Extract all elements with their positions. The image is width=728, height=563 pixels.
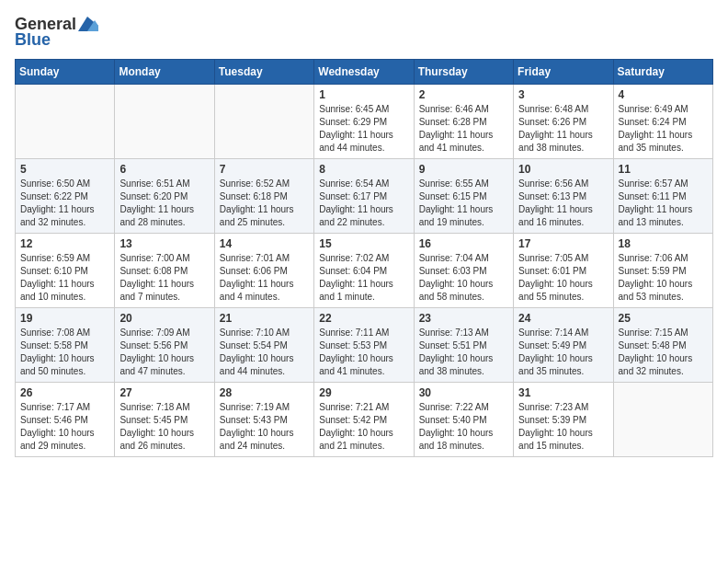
calendar-cell: 18Sunrise: 7:06 AM Sunset: 5:59 PM Dayli…: [613, 234, 712, 308]
day-number: 27: [119, 386, 209, 399]
day-info: Sunrise: 6:46 AM Sunset: 6:28 PM Dayligh…: [419, 103, 508, 155]
day-number: 19: [20, 312, 109, 325]
week-row-3: 12Sunrise: 6:59 AM Sunset: 6:10 PM Dayli…: [16, 234, 713, 308]
calendar-cell: 4Sunrise: 6:49 AM Sunset: 6:24 PM Daylig…: [613, 85, 712, 159]
day-number: 18: [619, 237, 708, 250]
day-header-sunday: Sunday: [16, 60, 115, 85]
day-number: 5: [20, 163, 109, 176]
calendar-cell: 28Sunrise: 7:19 AM Sunset: 5:43 PM Dayli…: [214, 383, 313, 457]
calendar-cell: 31Sunrise: 7:23 AM Sunset: 5:39 PM Dayli…: [514, 383, 613, 457]
day-header-wednesday: Wednesday: [314, 60, 414, 85]
day-info: Sunrise: 6:50 AM Sunset: 6:22 PM Dayligh…: [20, 178, 109, 229]
day-info: Sunrise: 6:45 AM Sunset: 6:29 PM Dayligh…: [319, 103, 408, 155]
day-header-tuesday: Tuesday: [214, 60, 313, 85]
day-number: 29: [319, 386, 408, 399]
day-number: 28: [220, 386, 309, 399]
day-info: Sunrise: 7:08 AM Sunset: 5:58 PM Dayligh…: [20, 327, 109, 378]
day-info: Sunrise: 7:00 AM Sunset: 6:08 PM Dayligh…: [119, 252, 209, 304]
logo-blue-text: Blue: [15, 30, 51, 50]
day-number: 22: [319, 312, 408, 325]
calendar-cell: 15Sunrise: 7:02 AM Sunset: 6:04 PM Dayli…: [314, 234, 414, 308]
calendar-cell: [115, 85, 214, 159]
calendar-cell: 1Sunrise: 6:45 AM Sunset: 6:29 PM Daylig…: [314, 85, 414, 159]
calendar-cell: 3Sunrise: 6:48 AM Sunset: 6:26 PM Daylig…: [514, 85, 613, 159]
calendar-table: SundayMondayTuesdayWednesdayThursdayFrid…: [15, 59, 713, 457]
day-number: 6: [119, 163, 209, 176]
logo-icon: [78, 17, 98, 31]
calendar-cell: [16, 85, 115, 159]
calendar-cell: 12Sunrise: 6:59 AM Sunset: 6:10 PM Dayli…: [16, 234, 115, 308]
day-number: 14: [220, 237, 309, 250]
calendar-cell: 11Sunrise: 6:57 AM Sunset: 6:11 PM Dayli…: [613, 159, 712, 234]
calendar-cell: 17Sunrise: 7:05 AM Sunset: 6:01 PM Dayli…: [514, 234, 613, 308]
calendar-cell: 27Sunrise: 7:18 AM Sunset: 5:45 PM Dayli…: [115, 383, 214, 457]
day-header-saturday: Saturday: [613, 60, 712, 85]
day-number: 20: [119, 312, 209, 325]
day-info: Sunrise: 6:48 AM Sunset: 6:26 PM Dayligh…: [518, 103, 608, 155]
day-number: 13: [119, 237, 209, 250]
day-header-friday: Friday: [514, 60, 613, 85]
day-number: 7: [220, 163, 309, 176]
calendar-cell: 2Sunrise: 6:46 AM Sunset: 6:28 PM Daylig…: [414, 85, 513, 159]
day-info: Sunrise: 7:13 AM Sunset: 5:51 PM Dayligh…: [419, 327, 508, 378]
day-number: 21: [220, 312, 309, 325]
calendar-cell: 22Sunrise: 7:11 AM Sunset: 5:53 PM Dayli…: [314, 308, 414, 383]
day-number: 25: [619, 312, 708, 325]
calendar-cell: 10Sunrise: 6:56 AM Sunset: 6:13 PM Dayli…: [514, 159, 613, 234]
week-row-5: 26Sunrise: 7:17 AM Sunset: 5:46 PM Dayli…: [16, 383, 713, 457]
day-info: Sunrise: 7:10 AM Sunset: 5:54 PM Dayligh…: [220, 327, 309, 378]
day-number: 2: [419, 88, 508, 101]
day-header-monday: Monday: [115, 60, 214, 85]
calendar-cell: 23Sunrise: 7:13 AM Sunset: 5:51 PM Dayli…: [414, 308, 513, 383]
day-info: Sunrise: 6:59 AM Sunset: 6:10 PM Dayligh…: [20, 252, 109, 304]
day-number: 8: [319, 163, 408, 176]
day-number: 15: [319, 237, 408, 250]
day-info: Sunrise: 7:11 AM Sunset: 5:53 PM Dayligh…: [319, 327, 408, 378]
day-info: Sunrise: 6:56 AM Sunset: 6:13 PM Dayligh…: [518, 178, 608, 229]
calendar-cell: 5Sunrise: 6:50 AM Sunset: 6:22 PM Daylig…: [16, 159, 115, 234]
day-info: Sunrise: 7:14 AM Sunset: 5:49 PM Dayligh…: [518, 327, 608, 378]
day-number: 11: [619, 163, 708, 176]
day-number: 16: [419, 237, 508, 250]
calendar-cell: [613, 383, 712, 457]
calendar-cell: 16Sunrise: 7:04 AM Sunset: 6:03 PM Dayli…: [414, 234, 513, 308]
day-info: Sunrise: 7:23 AM Sunset: 5:39 PM Dayligh…: [518, 401, 608, 453]
calendar-cell: 26Sunrise: 7:17 AM Sunset: 5:46 PM Dayli…: [16, 383, 115, 457]
day-number: 4: [619, 88, 708, 101]
day-number: 26: [20, 386, 109, 399]
calendar-cell: 24Sunrise: 7:14 AM Sunset: 5:49 PM Dayli…: [514, 308, 613, 383]
day-header-thursday: Thursday: [414, 60, 513, 85]
day-info: Sunrise: 7:04 AM Sunset: 6:03 PM Dayligh…: [419, 252, 508, 304]
day-info: Sunrise: 6:55 AM Sunset: 6:15 PM Dayligh…: [419, 178, 508, 229]
day-info: Sunrise: 6:49 AM Sunset: 6:24 PM Dayligh…: [619, 103, 708, 155]
day-number: 3: [518, 88, 608, 101]
day-info: Sunrise: 7:09 AM Sunset: 5:56 PM Dayligh…: [119, 327, 209, 378]
day-headers-row: SundayMondayTuesdayWednesdayThursdayFrid…: [16, 60, 713, 85]
calendar-cell: 8Sunrise: 6:54 AM Sunset: 6:17 PM Daylig…: [314, 159, 414, 234]
day-info: Sunrise: 6:52 AM Sunset: 6:18 PM Dayligh…: [220, 178, 309, 229]
day-number: 31: [518, 386, 608, 399]
calendar-cell: 14Sunrise: 7:01 AM Sunset: 6:06 PM Dayli…: [214, 234, 313, 308]
day-info: Sunrise: 7:02 AM Sunset: 6:04 PM Dayligh…: [319, 252, 408, 304]
calendar-cell: 30Sunrise: 7:22 AM Sunset: 5:40 PM Dayli…: [414, 383, 513, 457]
calendar-cell: 21Sunrise: 7:10 AM Sunset: 5:54 PM Dayli…: [214, 308, 313, 383]
day-info: Sunrise: 7:15 AM Sunset: 5:48 PM Dayligh…: [619, 327, 708, 378]
day-info: Sunrise: 7:17 AM Sunset: 5:46 PM Dayligh…: [20, 401, 109, 453]
day-number: 1: [319, 88, 408, 101]
calendar-cell: 13Sunrise: 7:00 AM Sunset: 6:08 PM Dayli…: [115, 234, 214, 308]
day-info: Sunrise: 6:51 AM Sunset: 6:20 PM Dayligh…: [119, 178, 209, 229]
calendar-cell: 9Sunrise: 6:55 AM Sunset: 6:15 PM Daylig…: [414, 159, 513, 234]
day-info: Sunrise: 6:57 AM Sunset: 6:11 PM Dayligh…: [619, 178, 708, 229]
calendar-cell: 29Sunrise: 7:21 AM Sunset: 5:42 PM Dayli…: [314, 383, 414, 457]
day-number: 30: [419, 386, 508, 399]
day-number: 24: [518, 312, 608, 325]
day-info: Sunrise: 7:22 AM Sunset: 5:40 PM Dayligh…: [419, 401, 508, 453]
week-row-4: 19Sunrise: 7:08 AM Sunset: 5:58 PM Dayli…: [16, 308, 713, 383]
calendar-cell: 20Sunrise: 7:09 AM Sunset: 5:56 PM Dayli…: [115, 308, 214, 383]
day-info: Sunrise: 7:19 AM Sunset: 5:43 PM Dayligh…: [220, 401, 309, 453]
day-number: 12: [20, 237, 109, 250]
calendar-cell: [214, 85, 313, 159]
day-info: Sunrise: 7:05 AM Sunset: 6:01 PM Dayligh…: [518, 252, 608, 304]
day-info: Sunrise: 7:18 AM Sunset: 5:45 PM Dayligh…: [119, 401, 209, 453]
calendar-cell: 7Sunrise: 6:52 AM Sunset: 6:18 PM Daylig…: [214, 159, 313, 234]
